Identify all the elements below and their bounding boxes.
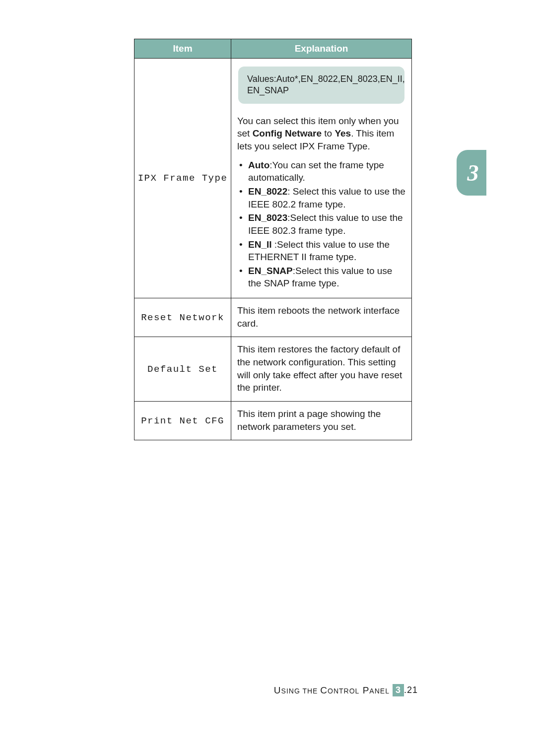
list-item: EN_8022: Select this value to use the IE… [239,185,405,210]
chapter-tab: 3 [457,150,486,196]
bullet-list: Auto:You can set the frame type automati… [237,159,405,290]
bullet-label: EN_SNAP [248,266,293,276]
bold-text: Yes [335,128,351,138]
item-name-reset-network: Reset Network [134,298,231,337]
page-footer: USING THE CONTROL PANEL 3.21 [274,684,418,696]
page-no: 21 [407,685,418,695]
item-name-print-net-cfg: Print Net CFG [134,401,231,440]
item-name-default-set: Default Set [134,337,231,402]
list-item: EN_II :Select this value to use the ETHE… [239,238,405,264]
values-box: Values:Auto*,EN_8022,EN_8023,EN_II, EN_S… [238,67,404,104]
bold-text: Config Netware [253,128,322,138]
item-explanation: This item print a page showing the netwo… [231,401,412,440]
bullet-label: EN_8022 [248,186,287,197]
footer-text: USING THE CONTROL PANEL [274,685,390,696]
item-explanation: Values:Auto*,EN_8022,EN_8023,EN_II, EN_S… [231,59,412,298]
item-explanation: This item restores the factory default o… [231,337,412,402]
settings-table: Item Explanation IPX Frame Type Values:A… [134,39,412,440]
item-explanation: This item reboots the network interface … [231,298,412,337]
bullet-label: Auto [248,160,269,170]
col-header-explanation: Explanation [231,39,412,59]
text: to [322,128,335,138]
bullet-label: EN_8023 [248,212,287,223]
table-row: Reset Network This item reboots the netw… [134,298,412,337]
list-item: EN_SNAP:Select this value to use the SNA… [239,265,405,290]
table-row: Default Set This item restores the facto… [134,337,412,402]
item-name-ipx-frame-type: IPX Frame Type [134,59,231,298]
chapter-number-box: 3 [393,684,404,696]
bullet-label: EN_II [248,239,272,250]
intro-paragraph: You can select this item only when you s… [237,115,405,153]
table-row: IPX Frame Type Values:Auto*,EN_8022,EN_8… [134,59,412,298]
page-number: 3.21 [393,684,418,696]
table-row: Print Net CFG This item print a page sho… [134,401,412,440]
col-header-item: Item [134,39,231,59]
list-item: Auto:You can set the frame type automati… [239,159,405,184]
settings-table-container: Item Explanation IPX Frame Type Values:A… [134,39,412,440]
list-item: EN_8023:Select this value to use the IEE… [239,211,405,237]
